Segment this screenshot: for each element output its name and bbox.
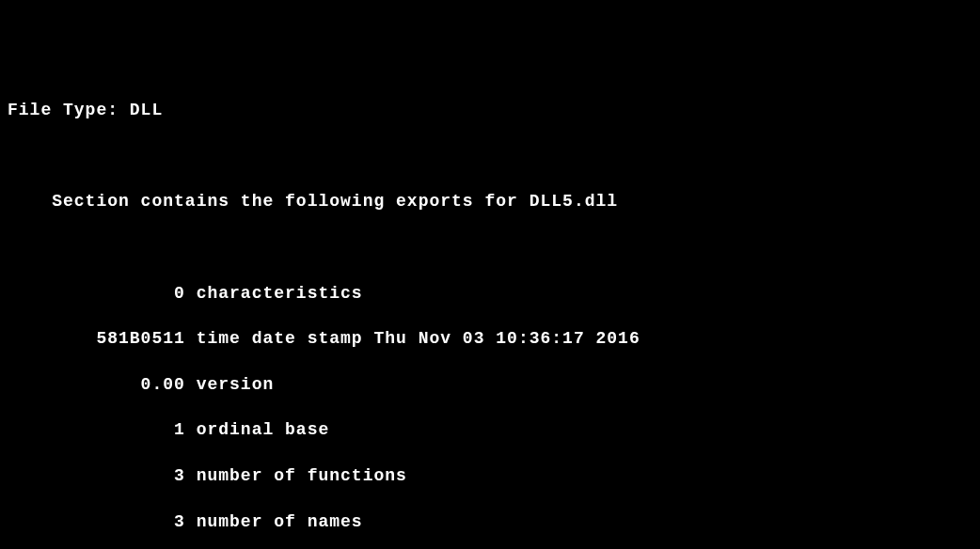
ordinal-base-line: 1 ordinal base bbox=[8, 418, 972, 441]
characteristics-line: 0 characteristics bbox=[8, 282, 972, 305]
num-functions-line: 3 number of functions bbox=[8, 464, 972, 487]
file-type-line: File Type: DLL bbox=[8, 99, 972, 121]
version-line: 0.00 version bbox=[8, 373, 972, 396]
section-title: Section contains the following exports f… bbox=[8, 190, 972, 212]
num-names-line: 3 number of names bbox=[8, 510, 972, 533]
timestamp-line: 581B0511 time date stamp Thu Nov 03 10:3… bbox=[8, 327, 972, 350]
blank-line bbox=[8, 145, 972, 167]
blank-line bbox=[8, 236, 972, 259]
